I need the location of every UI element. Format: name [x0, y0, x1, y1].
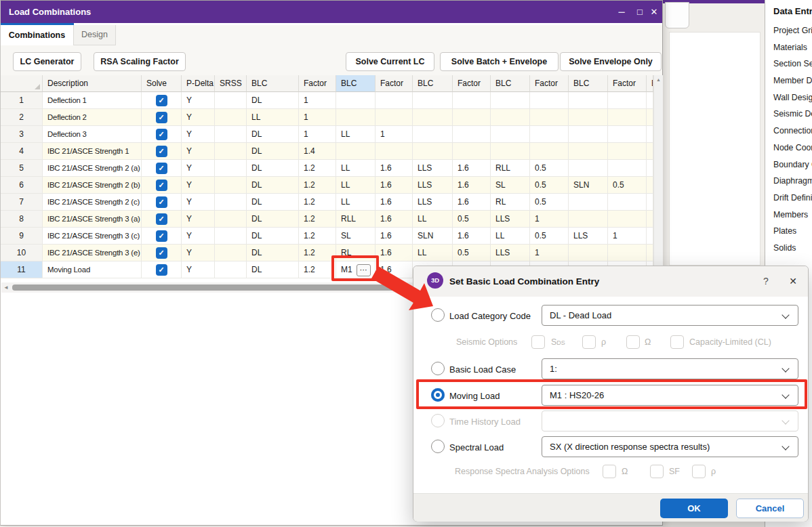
grid-column-header[interactable]: Solve: [142, 75, 182, 92]
factor-cell[interactable]: 1.6: [375, 160, 413, 177]
p-delta-cell[interactable]: Y: [182, 211, 215, 228]
factor-cell[interactable]: [375, 109, 413, 126]
blc-cell[interactable]: [413, 92, 453, 109]
solve-checkbox[interactable]: ✓: [156, 146, 167, 157]
factor-cell[interactable]: [608, 126, 647, 143]
grid-column-header[interactable]: Factor: [299, 75, 336, 92]
srss-cell[interactable]: [215, 160, 247, 177]
partial-cell[interactable]: [647, 228, 653, 245]
basic-load-case-dropdown[interactable]: 1:: [542, 358, 798, 379]
blc-cell[interactable]: LL: [491, 228, 530, 245]
solve-checkbox[interactable]: ✓: [156, 129, 167, 140]
data-entry-item[interactable]: Drift Definit: [765, 190, 812, 207]
factor-cell[interactable]: 1.2: [299, 261, 336, 278]
blc-cell[interactable]: LL: [336, 160, 375, 177]
grid-column-header[interactable]: Factor: [608, 75, 647, 92]
factor-cell[interactable]: 1.6: [453, 177, 491, 194]
factor-cell[interactable]: [608, 160, 647, 177]
solve-cell[interactable]: ✓: [142, 143, 182, 160]
solve-checkbox[interactable]: ✓: [156, 264, 167, 276]
solve-checkbox[interactable]: ✓: [156, 180, 167, 191]
factor-cell[interactable]: 1.4: [299, 143, 336, 160]
blc-cell[interactable]: [569, 245, 608, 261]
blc-cell[interactable]: LLS: [413, 160, 453, 177]
horizontal-scrollbar-thumb[interactable]: [12, 284, 409, 291]
factor-cell[interactable]: 1: [299, 109, 336, 126]
blc-cell[interactable]: [569, 160, 608, 177]
blc-cell[interactable]: LLS: [491, 211, 530, 228]
blc-cell[interactable]: [569, 126, 608, 143]
row-number[interactable]: 1: [1, 92, 43, 109]
description-cell[interactable]: Moving Load: [43, 261, 142, 278]
factor-cell[interactable]: [375, 92, 413, 109]
grid-column-header[interactable]: P-Delta: [182, 75, 215, 92]
blc-cell[interactable]: RLL: [491, 160, 530, 177]
factor-cell[interactable]: 1.2: [299, 245, 336, 261]
grid-column-header[interactable]: Factor: [530, 75, 569, 92]
row-number[interactable]: 8: [1, 211, 43, 228]
factor-cell[interactable]: 1.2: [299, 177, 336, 194]
p-delta-cell[interactable]: Y: [182, 245, 215, 261]
factor-cell[interactable]: 1: [530, 245, 569, 261]
blc-cell[interactable]: [491, 126, 530, 143]
blc-cell[interactable]: DL: [247, 261, 299, 278]
factor-cell[interactable]: [453, 109, 491, 126]
srss-cell[interactable]: [215, 245, 247, 261]
p-delta-cell[interactable]: Y: [182, 160, 215, 177]
factor-cell[interactable]: 1.6: [453, 194, 491, 211]
row-number[interactable]: 3: [1, 126, 43, 143]
blc-cell[interactable]: LL: [336, 126, 375, 143]
basic-load-case-radio[interactable]: [431, 362, 445, 375]
solve-cell[interactable]: ✓: [142, 92, 182, 109]
factor-cell[interactable]: [453, 92, 491, 109]
partial-cell[interactable]: [647, 143, 653, 160]
factor-cell[interactable]: 1.6: [375, 177, 413, 194]
spectral-load-dropdown[interactable]: SX (X direction response spectra results…: [542, 436, 798, 457]
description-cell[interactable]: IBC 21/ASCE Strength 3 (a): [43, 211, 142, 228]
factor-cell[interactable]: 1.2: [299, 228, 336, 245]
blc-cell[interactable]: DL: [247, 126, 299, 143]
grid-column-header[interactable]: Factor: [453, 75, 491, 92]
solve-checkbox[interactable]: ✓: [156, 196, 167, 208]
solve-cell[interactable]: ✓: [142, 228, 182, 245]
minimize-icon[interactable]: ─: [613, 1, 630, 23]
grid-column-header[interactable]: Factor: [375, 75, 413, 92]
p-delta-cell[interactable]: Y: [182, 228, 215, 245]
partial-cell[interactable]: [647, 92, 653, 109]
partial-cell[interactable]: [647, 177, 653, 194]
blc-cell[interactable]: DL: [247, 177, 299, 194]
blc-cell[interactable]: LL: [413, 245, 453, 261]
grid-corner-header[interactable]: [1, 75, 43, 92]
help-icon[interactable]: ?: [758, 266, 774, 297]
solve-cell[interactable]: ✓: [142, 194, 182, 211]
blc-cell[interactable]: [413, 143, 453, 160]
factor-cell[interactable]: 0.5: [530, 194, 569, 211]
factor-cell[interactable]: 1.6: [375, 261, 413, 278]
vertical-scrollbar[interactable]: ▲: [653, 75, 663, 278]
p-delta-cell[interactable]: Y: [182, 194, 215, 211]
grid-column-header[interactable]: BLC: [247, 75, 299, 92]
srss-cell[interactable]: [215, 194, 247, 211]
blc-cell[interactable]: [336, 92, 375, 109]
factor-cell[interactable]: 1: [299, 92, 336, 109]
factor-cell[interactable]: [608, 92, 647, 109]
row-number[interactable]: 9: [1, 228, 43, 245]
description-cell[interactable]: Deflection 1: [43, 92, 142, 109]
solve-checkbox[interactable]: ✓: [156, 247, 167, 259]
srss-cell[interactable]: [215, 126, 247, 143]
p-delta-cell[interactable]: Y: [182, 109, 215, 126]
data-entry-item[interactable]: Members: [765, 207, 812, 224]
blc-cell[interactable]: [569, 109, 608, 126]
factor-cell[interactable]: 1.6: [375, 211, 413, 228]
data-entry-item[interactable]: Plates: [765, 223, 812, 240]
data-entry-item[interactable]: Diaphragm: [765, 173, 812, 190]
partial-cell[interactable]: [647, 211, 653, 228]
data-entry-item[interactable]: Connection: [765, 123, 812, 140]
blc-cell[interactable]: [336, 143, 375, 160]
factor-cell[interactable]: 1.2: [299, 211, 336, 228]
blc-cell[interactable]: LL: [336, 177, 375, 194]
row-number[interactable]: 5: [1, 160, 43, 177]
description-cell[interactable]: IBC 21/ASCE Strength 2 (a): [43, 160, 142, 177]
srss-cell[interactable]: [215, 92, 247, 109]
factor-cell[interactable]: 0.5: [530, 177, 569, 194]
